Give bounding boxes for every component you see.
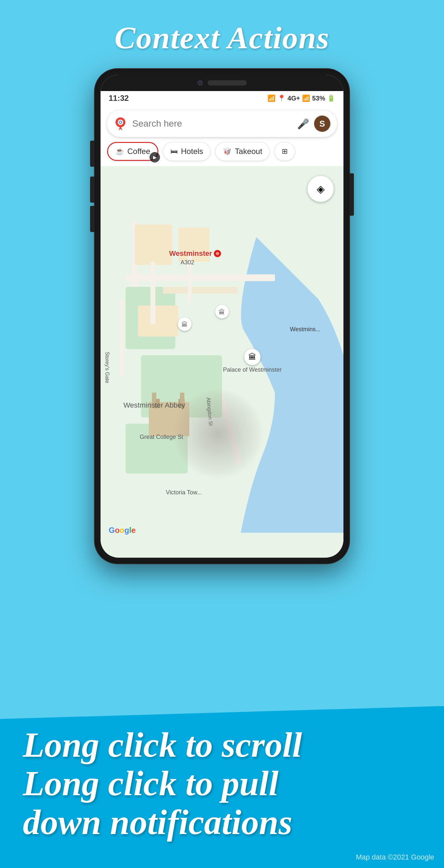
- map-credit: Map data ©2021 Google: [356, 853, 434, 862]
- phone-device: 11:32 📶 📍 4G+ 📶 53% 🔋: [95, 69, 349, 563]
- status-time: 11:32: [109, 94, 129, 103]
- phone-wrapper: 11:32 📶 📍 4G+ 📶 53% 🔋: [0, 69, 444, 563]
- google-watermark: G o o g l e: [109, 526, 136, 535]
- bottom-banner: Long click to scroll Long click to pull …: [0, 706, 444, 868]
- more-icon: ⊞: [282, 147, 288, 156]
- google-e: e: [131, 526, 136, 535]
- location-icon: 📍: [277, 94, 286, 102]
- svg-text:🏛: 🏛: [219, 309, 225, 315]
- network-label: 4G+: [288, 95, 300, 102]
- battery-icon: 🔋: [327, 94, 335, 102]
- phone-notch: [100, 75, 344, 91]
- wifi-icon: 📶: [267, 94, 275, 102]
- westminster-label: Westminster ⊖: [169, 249, 221, 258]
- phone-camera: [198, 80, 203, 86]
- bottom-line2: Long click to pull: [23, 764, 421, 803]
- signal-icon: 📶: [302, 94, 310, 102]
- coffee-icon: ☕: [115, 147, 124, 156]
- play-button-overlay[interactable]: ▶: [150, 152, 160, 162]
- google-g2: g: [124, 526, 129, 535]
- svg-point-3: [119, 121, 121, 123]
- search-input[interactable]: Search here: [132, 119, 292, 129]
- phone-speaker: [208, 80, 247, 86]
- map-area[interactable]: 🏛 🏛 Westminster ⊖ A302 Westminster Abbey…: [100, 166, 344, 541]
- google-o1: o: [115, 526, 120, 535]
- map-canvas: 🏛 🏛: [100, 166, 344, 541]
- status-bar: 11:32 📶 📍 4G+ 📶 53% 🔋: [100, 91, 344, 105]
- takeout-icon: 🥡: [223, 147, 232, 156]
- search-bar-container: Search here 🎤 S: [100, 105, 344, 142]
- bottom-line1: Long click to scroll: [23, 726, 421, 765]
- svg-rect-8: [119, 299, 124, 377]
- chip-hotels[interactable]: 🛏 Hotels: [163, 142, 211, 161]
- palace-pin: 🏛 Palace of Westminster: [223, 349, 282, 373]
- google-o2: o: [119, 526, 124, 535]
- google-l: l: [129, 526, 131, 535]
- google-maps-logo: [114, 117, 127, 130]
- phone-screen: 11:32 📶 📍 4G+ 📶 53% 🔋: [100, 75, 344, 558]
- svg-rect-20: [163, 287, 238, 294]
- chip-more[interactable]: ⊞: [274, 142, 295, 161]
- search-bar[interactable]: Search here 🎤 S: [107, 110, 337, 137]
- coffee-label: Coffee: [127, 147, 150, 156]
- chip-coffee[interactable]: ☕ Coffee ▶: [107, 142, 158, 161]
- chip-takeout[interactable]: 🥡 Takeout: [215, 142, 270, 161]
- svg-rect-5: [125, 274, 275, 281]
- svg-rect-14: [138, 305, 178, 336]
- palace-pin-label: Palace of Westminster: [223, 367, 282, 373]
- underground-icon: ⊖: [214, 250, 221, 257]
- user-avatar[interactable]: S: [314, 116, 330, 132]
- a302-label: A302: [181, 259, 194, 266]
- svg-rect-21: [150, 262, 155, 324]
- mic-icon[interactable]: 🎤: [297, 118, 309, 129]
- hotels-label: Hotels: [181, 147, 203, 156]
- svg-rect-12: [135, 224, 172, 265]
- westmins-label: Westmins...: [290, 326, 321, 333]
- bottom-line3: down notifications: [23, 803, 421, 842]
- battery-label: 53%: [312, 95, 325, 102]
- layer-control-button[interactable]: ◈: [307, 176, 334, 202]
- takeout-label: Takeout: [235, 147, 262, 156]
- svg-text:🏛: 🏛: [181, 321, 188, 328]
- hotels-icon: 🛏: [170, 147, 178, 156]
- storeys-gate-label: Storey's Gate: [104, 352, 110, 383]
- page-title: Context Actions: [0, 0, 444, 69]
- status-icons: 📶 📍 4G+ 📶 53% 🔋: [267, 94, 335, 102]
- westminster-text: Westminster: [169, 249, 212, 258]
- westminster-abbeys-label: Westminster Abbey: [123, 401, 185, 409]
- palace-pin-icon: 🏛: [244, 349, 261, 365]
- victoria-label: Victoria Tow...: [166, 489, 202, 496]
- touch-ripple: [172, 388, 264, 479]
- google-g: G: [109, 526, 115, 535]
- filter-chips: ☕ Coffee ▶ 🛏 Hotels 🥡 Takeout ⊞: [100, 142, 344, 166]
